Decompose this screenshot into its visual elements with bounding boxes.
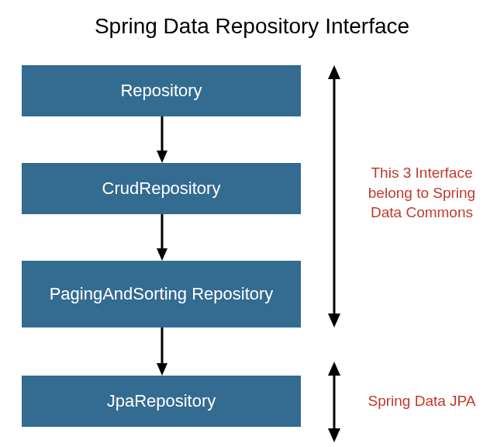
svg-marker-3: [157, 248, 167, 261]
arrow-down-icon: [157, 116, 166, 163]
svg-marker-10: [328, 362, 340, 376]
bracket-arrow-icon: [327, 65, 341, 327]
arrow-down-icon: [157, 214, 166, 261]
svg-marker-1: [157, 151, 167, 163]
svg-marker-11: [328, 428, 340, 442]
svg-marker-7: [328, 65, 340, 79]
annotation-jpa: Spring Data JPA: [354, 391, 490, 411]
box-paging-sorting-repository-label: PagingAndSorting Repository: [50, 283, 274, 306]
box-paging-sorting-repository: PagingAndSorting Repository: [22, 261, 301, 327]
box-jpa-repository-label: JpaRepository: [107, 390, 216, 413]
box-repository: Repository: [22, 65, 301, 116]
diagram-area: Repository CrudRepository PagingAndSorti…: [0, 47, 504, 447]
diagram-title: Spring Data Repository Interface: [0, 0, 504, 47]
annotation-commons: This 3 Interface belong to Spring Data C…: [354, 163, 490, 223]
svg-marker-8: [328, 314, 340, 327]
arrow-down-icon: [157, 327, 166, 376]
svg-marker-5: [157, 363, 167, 376]
box-repository-label: Repository: [120, 80, 202, 102]
box-crud-repository-label: CrudRepository: [102, 178, 221, 200]
box-crud-repository: CrudRepository: [22, 163, 301, 214]
bracket-arrow-icon: [327, 362, 341, 442]
box-jpa-repository: JpaRepository: [22, 376, 301, 427]
